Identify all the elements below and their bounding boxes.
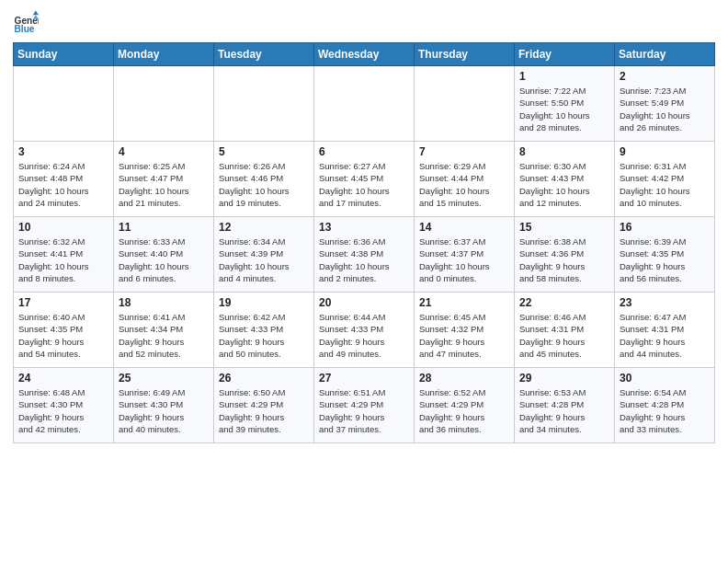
day-info: Sunrise: 6:46 AM Sunset: 4:31 PM Dayligh… <box>519 311 610 360</box>
day-number: 16 <box>620 221 711 234</box>
day-info: Sunrise: 6:42 AM Sunset: 4:33 PM Dayligh… <box>219 311 310 360</box>
day-info: Sunrise: 6:25 AM Sunset: 4:47 PM Dayligh… <box>119 160 210 209</box>
day-cell: 27Sunrise: 6:51 AM Sunset: 4:29 PM Dayli… <box>314 368 415 443</box>
day-number: 29 <box>519 372 610 385</box>
day-info: Sunrise: 6:34 AM Sunset: 4:39 PM Dayligh… <box>219 236 310 284</box>
day-cell: 5Sunrise: 6:26 AM Sunset: 4:46 PM Daylig… <box>214 142 314 217</box>
day-cell: 9Sunrise: 6:31 AM Sunset: 4:42 PM Daylig… <box>615 142 715 217</box>
day-cell: 20Sunrise: 6:44 AM Sunset: 4:33 PM Dayli… <box>314 293 415 368</box>
day-cell: 6Sunrise: 6:27 AM Sunset: 4:45 PM Daylig… <box>314 142 415 217</box>
day-info: Sunrise: 7:23 AM Sunset: 5:49 PM Dayligh… <box>620 85 711 133</box>
day-cell: 3Sunrise: 6:24 AM Sunset: 4:48 PM Daylig… <box>14 142 114 217</box>
day-number: 4 <box>119 145 210 158</box>
day-cell: 26Sunrise: 6:50 AM Sunset: 4:29 PM Dayli… <box>214 368 314 443</box>
day-cell <box>314 66 415 142</box>
day-info: Sunrise: 6:27 AM Sunset: 4:45 PM Dayligh… <box>319 160 410 209</box>
day-info: Sunrise: 6:52 AM Sunset: 4:29 PM Dayligh… <box>419 386 510 435</box>
col-header-monday: Monday <box>114 43 214 66</box>
day-info: Sunrise: 6:30 AM Sunset: 4:43 PM Dayligh… <box>519 160 610 209</box>
day-cell <box>14 66 114 142</box>
day-number: 26 <box>219 372 310 385</box>
day-info: Sunrise: 6:38 AM Sunset: 4:36 PM Dayligh… <box>519 236 610 284</box>
day-number: 11 <box>119 221 210 234</box>
day-cell <box>415 66 515 142</box>
day-info: Sunrise: 6:24 AM Sunset: 4:48 PM Dayligh… <box>18 160 109 209</box>
svg-marker-2 <box>33 11 39 16</box>
day-info: Sunrise: 6:47 AM Sunset: 4:31 PM Dayligh… <box>620 311 711 360</box>
day-cell: 24Sunrise: 6:48 AM Sunset: 4:30 PM Dayli… <box>14 368 114 443</box>
day-cell <box>214 66 314 142</box>
day-number: 23 <box>620 296 711 309</box>
day-cell: 10Sunrise: 6:32 AM Sunset: 4:41 PM Dayli… <box>14 217 114 293</box>
day-number: 1 <box>519 70 610 83</box>
col-header-saturday: Saturday <box>615 43 715 66</box>
col-header-friday: Friday <box>515 43 615 66</box>
day-cell: 21Sunrise: 6:45 AM Sunset: 4:32 PM Dayli… <box>415 293 515 368</box>
col-header-thursday: Thursday <box>415 43 515 66</box>
day-info: Sunrise: 6:54 AM Sunset: 4:28 PM Dayligh… <box>620 386 711 435</box>
day-number: 12 <box>219 221 310 234</box>
day-number: 21 <box>419 296 510 309</box>
week-row-2: 3Sunrise: 6:24 AM Sunset: 4:48 PM Daylig… <box>14 142 715 217</box>
logo-icon: General Blue <box>13 9 39 35</box>
day-number: 17 <box>18 296 109 309</box>
day-info: Sunrise: 6:26 AM Sunset: 4:46 PM Dayligh… <box>219 160 310 209</box>
day-number: 24 <box>18 372 109 385</box>
day-info: Sunrise: 6:29 AM Sunset: 4:44 PM Dayligh… <box>419 160 510 209</box>
day-number: 8 <box>519 145 610 158</box>
day-cell: 23Sunrise: 6:47 AM Sunset: 4:31 PM Dayli… <box>615 293 715 368</box>
col-header-sunday: Sunday <box>14 43 114 66</box>
day-cell: 15Sunrise: 6:38 AM Sunset: 4:36 PM Dayli… <box>515 217 615 293</box>
day-cell: 2Sunrise: 7:23 AM Sunset: 5:49 PM Daylig… <box>615 66 715 142</box>
header-row: SundayMondayTuesdayWednesdayThursdayFrid… <box>14 43 715 66</box>
day-cell: 11Sunrise: 6:33 AM Sunset: 4:40 PM Dayli… <box>114 217 214 293</box>
calendar-table: SundayMondayTuesdayWednesdayThursdayFrid… <box>13 42 715 443</box>
day-info: Sunrise: 6:36 AM Sunset: 4:38 PM Dayligh… <box>319 236 410 284</box>
day-cell: 4Sunrise: 6:25 AM Sunset: 4:47 PM Daylig… <box>114 142 214 217</box>
page: General Blue SundayMondayTuesdayWednesda… <box>0 0 728 563</box>
day-number: 18 <box>119 296 210 309</box>
day-info: Sunrise: 6:33 AM Sunset: 4:40 PM Dayligh… <box>119 236 210 284</box>
day-cell: 17Sunrise: 6:40 AM Sunset: 4:35 PM Dayli… <box>14 293 114 368</box>
day-cell: 28Sunrise: 6:52 AM Sunset: 4:29 PM Dayli… <box>415 368 515 443</box>
day-info: Sunrise: 6:37 AM Sunset: 4:37 PM Dayligh… <box>419 236 510 284</box>
day-info: Sunrise: 6:50 AM Sunset: 4:29 PM Dayligh… <box>219 386 310 435</box>
week-row-5: 24Sunrise: 6:48 AM Sunset: 4:30 PM Dayli… <box>14 368 715 443</box>
day-number: 19 <box>219 296 310 309</box>
day-info: Sunrise: 6:39 AM Sunset: 4:35 PM Dayligh… <box>620 236 711 284</box>
day-info: Sunrise: 6:41 AM Sunset: 4:34 PM Dayligh… <box>119 311 210 360</box>
day-info: Sunrise: 6:49 AM Sunset: 4:30 PM Dayligh… <box>119 386 210 435</box>
day-number: 9 <box>620 145 711 158</box>
day-cell: 19Sunrise: 6:42 AM Sunset: 4:33 PM Dayli… <box>214 293 314 368</box>
day-cell: 22Sunrise: 6:46 AM Sunset: 4:31 PM Dayli… <box>515 293 615 368</box>
col-header-tuesday: Tuesday <box>214 43 314 66</box>
day-cell <box>114 66 214 142</box>
day-number: 28 <box>419 372 510 385</box>
day-number: 14 <box>419 221 510 234</box>
day-info: Sunrise: 6:45 AM Sunset: 4:32 PM Dayligh… <box>419 311 510 360</box>
day-number: 25 <box>119 372 210 385</box>
logo: General Blue <box>13 9 42 35</box>
day-info: Sunrise: 6:44 AM Sunset: 4:33 PM Dayligh… <box>319 311 410 360</box>
day-number: 15 <box>519 221 610 234</box>
day-cell: 18Sunrise: 6:41 AM Sunset: 4:34 PM Dayli… <box>114 293 214 368</box>
day-cell: 30Sunrise: 6:54 AM Sunset: 4:28 PM Dayli… <box>615 368 715 443</box>
day-number: 30 <box>620 372 711 385</box>
day-number: 2 <box>620 70 711 83</box>
header: General Blue <box>13 9 715 35</box>
week-row-3: 10Sunrise: 6:32 AM Sunset: 4:41 PM Dayli… <box>14 217 715 293</box>
day-info: Sunrise: 6:53 AM Sunset: 4:28 PM Dayligh… <box>519 386 610 435</box>
day-info: Sunrise: 6:31 AM Sunset: 4:42 PM Dayligh… <box>620 160 711 209</box>
day-number: 6 <box>319 145 410 158</box>
day-cell: 16Sunrise: 6:39 AM Sunset: 4:35 PM Dayli… <box>615 217 715 293</box>
day-number: 13 <box>319 221 410 234</box>
day-number: 20 <box>319 296 410 309</box>
day-cell: 7Sunrise: 6:29 AM Sunset: 4:44 PM Daylig… <box>415 142 515 217</box>
day-number: 3 <box>18 145 109 158</box>
day-number: 5 <box>219 145 310 158</box>
day-cell: 13Sunrise: 6:36 AM Sunset: 4:38 PM Dayli… <box>314 217 415 293</box>
svg-text:Blue: Blue <box>15 24 35 34</box>
col-header-wednesday: Wednesday <box>314 43 415 66</box>
day-info: Sunrise: 6:51 AM Sunset: 4:29 PM Dayligh… <box>319 386 410 435</box>
day-info: Sunrise: 6:48 AM Sunset: 4:30 PM Dayligh… <box>18 386 109 435</box>
